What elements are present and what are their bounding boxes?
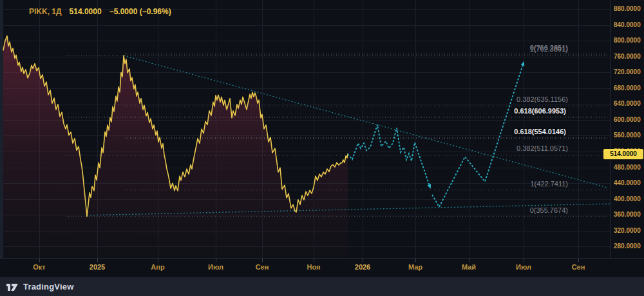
bottom-toolbar: TradingView [0, 277, 644, 296]
price-scale-tick: 480.0000 [614, 164, 641, 171]
time-axis-label: Сен [572, 263, 585, 271]
price-scale-tick: 720.0000 [614, 68, 641, 75]
price-scale-tick: 560.0000 [614, 132, 641, 139]
time-tick-mark [524, 259, 524, 262]
price-scale-tick: 640.0000 [614, 100, 641, 107]
tradingview-logo-icon[interactable] [6, 282, 19, 291]
price-scale-tick: 760.0000 [614, 53, 641, 60]
time-axis-label: Окт [33, 263, 45, 271]
projected-path-recovery[interactable] [432, 63, 524, 207]
time-tick-mark [158, 259, 158, 262]
price-scale-tick: 840.0000 [614, 21, 641, 28]
fib-label: 0(355.7674) [530, 206, 568, 215]
time-axis-label: Мар [408, 263, 422, 271]
time-tick-mark [97, 259, 98, 262]
time-tick-mark [262, 259, 263, 262]
price-scale-tick: 280.0000 [614, 242, 641, 250]
time-axis-label: Сен [256, 263, 269, 271]
time-tick-mark [469, 259, 469, 262]
time-tick-mark [39, 259, 40, 262]
price-change: −5.0000 (−0.96%) [109, 7, 171, 16]
time-axis-label: Апр [151, 263, 164, 271]
tradingview-chart-app: PIKK, 1Д 514.0000 −5.0000 (−0.96%) 1(762… [0, 0, 644, 296]
area-fill [3, 36, 348, 258]
chart-pane[interactable]: PIKK, 1Д 514.0000 −5.0000 (−0.96%) 1(762… [0, 0, 611, 258]
time-axis-label: 2026 [355, 263, 370, 271]
time-tick-mark [314, 259, 314, 262]
symbol-and-interval[interactable]: PIKK, 1Д [29, 7, 62, 16]
price-scale-tick: 440.0000 [614, 179, 641, 186]
time-axis-label: Май [462, 263, 476, 271]
fib-label: 0.618(554.0146) [512, 128, 568, 136]
price-scale-tick: 400.0000 [614, 195, 641, 202]
time-axis-label: Июл [208, 263, 223, 271]
fib-label: 0.382(511.0571) [516, 144, 568, 153]
legend: PIKK, 1Д 514.0000 −5.0000 (−0.96%) [29, 7, 171, 16]
fib-label: 0(766.2851) [530, 44, 568, 52]
price-scale-tick: 800.0000 [614, 37, 641, 44]
price-scale-tick: 880.0000 [614, 5, 641, 12]
projected-path-down[interactable] [348, 124, 430, 188]
last-price: 514.0000 [70, 7, 102, 16]
time-tick-mark [363, 259, 363, 262]
brand-name[interactable]: TradingView [23, 282, 74, 291]
price-scale-tick: 680.0000 [614, 84, 641, 92]
fib-label: 0.618(606.9953) [512, 107, 568, 115]
time-axis-label: Ноя [307, 263, 321, 271]
price-scale-tick: 320.0000 [614, 227, 641, 234]
time-axis[interactable]: Окт2025АпрИюлСенНоя2026МарМайИюлСен [0, 258, 644, 277]
fib-label: 1(422.7411) [530, 180, 568, 188]
time-tick-mark [578, 259, 579, 262]
price-scale-tick: 600.0000 [614, 116, 641, 123]
current-price-badge: 514.0000 [603, 149, 643, 159]
price-scale[interactable]: 514.0000 880.0000840.0000800.0000760.000… [611, 0, 644, 258]
time-tick-mark [216, 259, 216, 262]
price-scale-tick: 360.0000 [614, 211, 641, 218]
time-axis-label: 2025 [90, 263, 105, 271]
time-axis-label: Июл [516, 263, 531, 271]
fib-label: 0.382(635.1156) [516, 95, 568, 104]
time-tick-mark [415, 259, 416, 262]
